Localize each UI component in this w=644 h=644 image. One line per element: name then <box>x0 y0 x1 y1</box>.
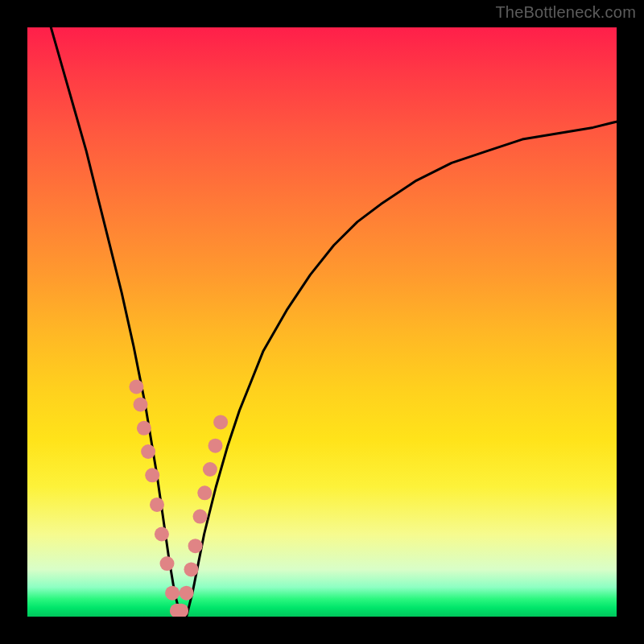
data-point <box>134 398 148 412</box>
data-point <box>184 562 199 576</box>
data-point <box>155 527 169 542</box>
data-point <box>208 439 223 453</box>
data-point <box>197 485 212 500</box>
bottleneck-curve <box>51 27 617 617</box>
data-point <box>145 468 159 482</box>
data-point <box>137 421 151 436</box>
watermark-text: TheBottleneck.com <box>495 3 636 22</box>
data-point <box>141 444 155 459</box>
chart-svg <box>27 27 617 617</box>
data-point <box>193 510 208 524</box>
data-point <box>188 539 203 553</box>
data-point <box>129 380 143 394</box>
data-point <box>180 586 194 601</box>
outer-frame: TheBottleneck.com <box>0 0 644 644</box>
data-point <box>160 556 175 571</box>
data-point <box>165 586 180 601</box>
data-point <box>203 462 217 477</box>
bottleneck-curve-path <box>51 27 617 617</box>
data-point <box>213 415 228 429</box>
plot-area <box>27 27 617 617</box>
data-point <box>150 497 164 512</box>
